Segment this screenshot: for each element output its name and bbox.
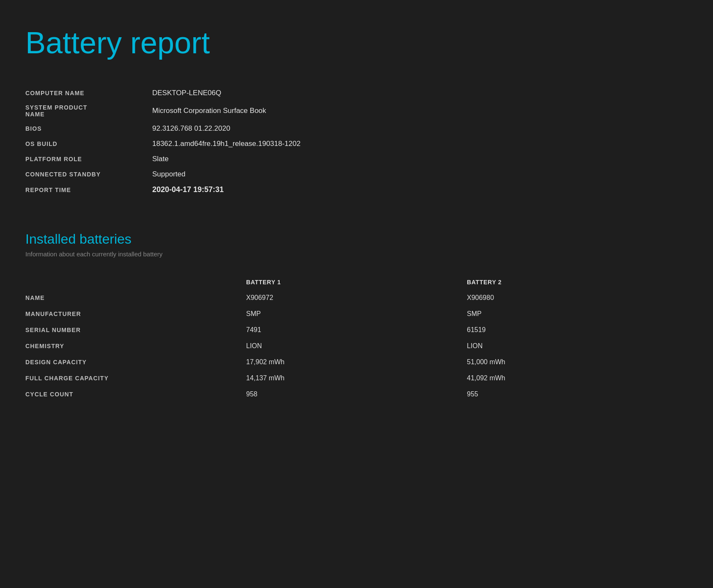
value-report-time: 2020-04-17 19:57:31 [152, 182, 301, 198]
battery-row-name: NAME X906972 X906980 [25, 290, 688, 306]
battery-label-full-charge: FULL CHARGE CAPACITY [25, 370, 246, 386]
value-computer-name: DESKTOP-LENE06Q [152, 85, 301, 101]
battery-header-1: BATTERY 1 [246, 275, 467, 290]
value-platform-role: Slate [152, 151, 301, 167]
label-bios: BIOS [25, 121, 152, 136]
battery-label-serial: SERIAL NUMBER [25, 322, 246, 338]
info-row-os-build: OS BUILD 18362.1.amd64fre.19h1_release.1… [25, 136, 301, 151]
installed-batteries-subtitle: Information about each currently install… [25, 250, 688, 258]
battery-row-cycle-count: CYCLE COUNT 958 955 [25, 386, 688, 402]
label-system-product-name: SYSTEM PRODUCT NAME [25, 101, 152, 121]
installed-batteries-section: Installed batteries Information about ea… [25, 231, 688, 402]
battery-row-manufacturer: MANUFACTURER SMP SMP [25, 306, 688, 322]
battery1-design-capacity: 17,902 mWh [246, 354, 467, 370]
battery2-manufacturer: SMP [467, 306, 688, 322]
battery1-name: X906972 [246, 290, 467, 306]
info-row-connected-standby: CONNECTED STANDBY Supported [25, 167, 301, 182]
info-row-system-product-name: SYSTEM PRODUCT NAME Microsoft Corporatio… [25, 101, 301, 121]
battery-header-empty [25, 275, 246, 290]
battery-label-cycle-count: CYCLE COUNT [25, 386, 246, 402]
page-title: Battery report [25, 25, 688, 60]
battery1-cycle-count: 958 [246, 386, 467, 402]
battery1-chemistry: LION [246, 338, 467, 354]
battery-row-full-charge: FULL CHARGE CAPACITY 14,137 mWh 41,092 m… [25, 370, 688, 386]
battery-row-design-capacity: DESIGN CAPACITY 17,902 mWh 51,000 mWh [25, 354, 688, 370]
battery-label-design-capacity: DESIGN CAPACITY [25, 354, 246, 370]
battery-header-2: BATTERY 2 [467, 275, 688, 290]
battery-label-name: NAME [25, 290, 246, 306]
battery2-cycle-count: 955 [467, 386, 688, 402]
value-bios: 92.3126.768 01.22.2020 [152, 121, 301, 136]
label-connected-standby: CONNECTED STANDBY [25, 167, 152, 182]
value-system-product-name: Microsoft Corporation Surface Book [152, 101, 301, 121]
system-info-section: COMPUTER NAME DESKTOP-LENE06Q SYSTEM PRO… [25, 85, 688, 198]
value-os-build: 18362.1.amd64fre.19h1_release.190318-120… [152, 136, 301, 151]
info-row-report-time: REPORT TIME 2020-04-17 19:57:31 [25, 182, 301, 198]
battery-table-header-row: BATTERY 1 BATTERY 2 [25, 275, 688, 290]
info-row-platform-role: PLATFORM ROLE Slate [25, 151, 301, 167]
label-platform-role: PLATFORM ROLE [25, 151, 152, 167]
battery-row-serial: SERIAL NUMBER 7491 61519 [25, 322, 688, 338]
battery-row-chemistry: CHEMISTRY LION LION [25, 338, 688, 354]
battery2-serial: 61519 [467, 322, 688, 338]
battery2-chemistry: LION [467, 338, 688, 354]
info-row-computer-name: COMPUTER NAME DESKTOP-LENE06Q [25, 85, 301, 101]
battery-label-manufacturer: MANUFACTURER [25, 306, 246, 322]
label-report-time: REPORT TIME [25, 182, 152, 198]
label-os-build: OS BUILD [25, 136, 152, 151]
info-row-bios: BIOS 92.3126.768 01.22.2020 [25, 121, 301, 136]
value-connected-standby: Supported [152, 167, 301, 182]
battery2-name: X906980 [467, 290, 688, 306]
installed-batteries-title: Installed batteries [25, 231, 688, 247]
battery2-full-charge: 41,092 mWh [467, 370, 688, 386]
battery1-full-charge: 14,137 mWh [246, 370, 467, 386]
label-computer-name: COMPUTER NAME [25, 85, 152, 101]
battery-label-chemistry: CHEMISTRY [25, 338, 246, 354]
battery1-manufacturer: SMP [246, 306, 467, 322]
battery1-serial: 7491 [246, 322, 467, 338]
battery2-design-capacity: 51,000 mWh [467, 354, 688, 370]
battery-table: BATTERY 1 BATTERY 2 NAME X906972 X906980… [25, 275, 688, 402]
system-info-table: COMPUTER NAME DESKTOP-LENE06Q SYSTEM PRO… [25, 85, 301, 198]
